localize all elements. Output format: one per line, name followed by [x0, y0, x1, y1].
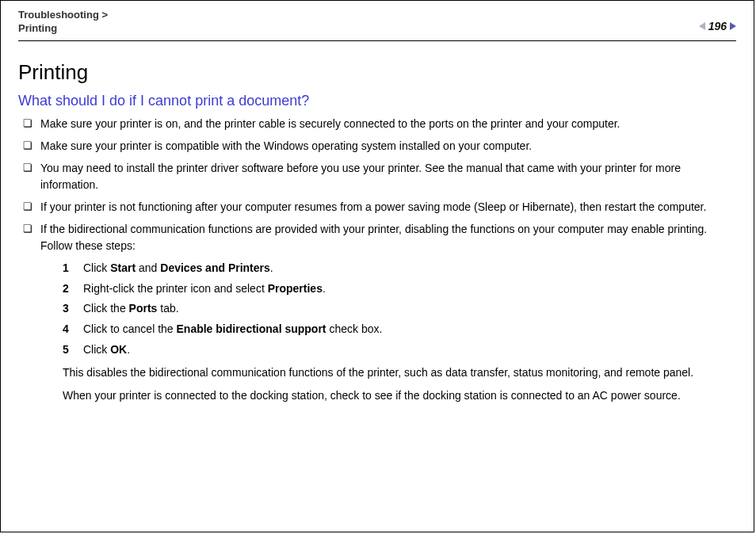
page-header: Troubleshooting > Printing 196: [1, 1, 754, 40]
step-num: 1: [63, 260, 69, 277]
page-prev-icon[interactable]: [699, 22, 705, 30]
steps-list: 1Click Start and Devices and Printers. 2…: [63, 260, 736, 358]
step-num: 3: [63, 300, 69, 318]
breadcrumb-top: Troubleshooting: [18, 9, 99, 21]
page-nav: 196: [699, 9, 736, 32]
step-num: 4: [63, 321, 69, 338]
step: 4Click to cancel the Enable bidirectiona…: [63, 321, 736, 338]
step: 1Click Start and Devices and Printers.: [63, 260, 736, 277]
list-item-text: If the bidirectional communication funct…: [40, 223, 707, 251]
after-steps-para: This disables the bidirectional communic…: [63, 364, 736, 380]
step-body: Click OK.: [83, 343, 130, 356]
breadcrumb-sub: Printing: [18, 22, 108, 36]
breadcrumb: Troubleshooting > Printing: [18, 9, 108, 36]
page-next-icon[interactable]: [730, 22, 736, 30]
list-item: Make sure your printer is compatible wit…: [18, 138, 736, 154]
step-body: Click Start and Devices and Printers.: [83, 261, 273, 274]
list-item: If your printer is not functioning after…: [18, 199, 736, 215]
page-number: 196: [708, 20, 727, 32]
question-heading: What should I do if I cannot print a doc…: [18, 93, 736, 109]
step: 3Click the Ports tab.: [63, 300, 736, 318]
step-body: Right-click the printer icon and select …: [83, 282, 326, 295]
breadcrumb-sep: >: [101, 9, 108, 21]
list-item: If the bidirectional communication funct…: [18, 221, 736, 403]
step-num: 5: [63, 341, 69, 359]
list-item: Make sure your printer is on, and the pr…: [18, 116, 736, 132]
bullet-list: Make sure your printer is on, and the pr…: [18, 116, 736, 403]
step: 5Click OK.: [63, 341, 736, 359]
step-body: Click to cancel the Enable bidirectional…: [83, 322, 382, 335]
step-num: 2: [63, 280, 69, 298]
list-item: You may need to install the printer driv…: [18, 160, 736, 193]
after-steps-para: When your printer is connected to the do…: [63, 387, 736, 403]
section-title: Printing: [18, 60, 736, 85]
content-area: Printing What should I do if I cannot pr…: [1, 41, 754, 403]
step-body: Click the Ports tab.: [83, 302, 179, 315]
step: 2Right-click the printer icon and select…: [63, 280, 736, 298]
page-frame: Troubleshooting > Printing 196 Printing …: [0, 0, 754, 532]
